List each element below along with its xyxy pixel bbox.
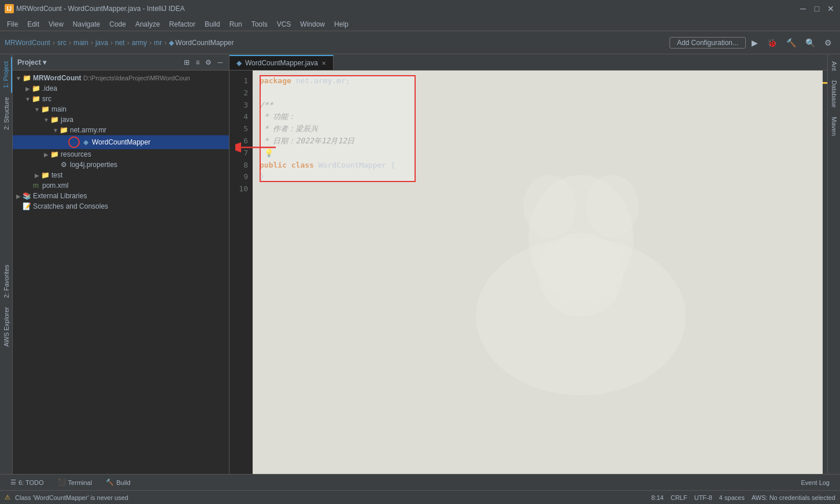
right-tab-database[interactable]: Database [829,76,839,112]
tree-label-mrwordcount: MRWordCount D:\Projects\IdeaProject\MRWo… [33,74,190,82]
status-indent[interactable]: 4 spaces [719,494,745,501]
bottom-tab-todo[interactable]: ☰ 6: TODO [5,477,50,487]
tree-label-src: src [42,95,51,103]
breadcrumb-project[interactable]: MRWordCount [5,39,50,47]
line-num-10: 10 [230,183,248,195]
bottom-tab-build[interactable]: 🔨 Build [100,477,136,487]
tree-item-netarmymr[interactable]: ▼ 📁 net.army.mr [13,125,229,135]
breadcrumb-src[interactable]: src [57,39,66,47]
line-num-2: 2 [230,87,248,99]
status-bar-right: 8:14 CRLF UTF-8 4 spaces AWS: No credent… [652,494,835,501]
tree-item-pomxml[interactable]: m pom.xml [13,180,229,191]
right-sidebar: Ant Database Maven [827,54,840,474]
toolbar: MRWordCount › src › main › java › net › … [0,31,840,54]
window-controls[interactable]: ─ □ ✕ [798,4,835,13]
menu-vcs[interactable]: VCS [272,17,296,31]
bottom-tab-terminal[interactable]: ⬛ Terminal [52,477,98,487]
debug-button[interactable]: 🐞 [764,37,780,49]
line-num-4: 4 [230,111,248,123]
menu-navigate[interactable]: Navigate [68,17,105,31]
breadcrumb: MRWordCount › src › main › java › net › … [5,39,667,47]
status-encoding[interactable]: UTF-8 [694,494,712,501]
menu-analyze[interactable]: Analyze [131,17,165,31]
status-line-ending[interactable]: CRLF [671,494,687,501]
red-circle-annotation [68,136,80,148]
project-tool-close[interactable]: ─ [216,58,224,67]
menu-code[interactable]: Code [105,17,131,31]
project-panel: Project ▾ ⊞ ≡ ⚙ ─ ▼ 📁 MRWordCount D:\Pro… [13,54,230,474]
editor-tab-wordcountmapper[interactable]: ◆ WordCountMapper.java ✕ [230,55,334,70]
tree-label-external-libraries: External Libraries [33,192,87,200]
breadcrumb-main[interactable]: main [73,39,88,47]
folder-icon-src: 📁 [31,95,40,103]
code-content[interactable]: package net.army.mr; /** * 功能： * 作者：梁辰兴 … [253,71,827,474]
project-panel-tools: ⊞ ≡ ⚙ ─ [182,58,224,67]
code-editor[interactable]: 1 2 3 4 5 6 7 8 9 10 package net.army.mr… [230,71,827,474]
folder-icon-java: 📁 [50,116,59,124]
menu-help[interactable]: Help [330,17,353,31]
sidebar-tab-favorites[interactable]: 2: Favorites [1,260,12,302]
status-bar: ⚠ Class 'WordCountMapper' is never used … [0,490,840,504]
run-button[interactable]: ▶ [748,37,761,49]
tree-item-scratches[interactable]: 📝 Scratches and Consoles [13,201,229,212]
tree-item-resources[interactable]: ▶ 📁 resources [13,149,229,160]
line-num-3: 3 [230,99,248,112]
menu-bar: File Edit View Navigate Code Analyze Ref… [0,17,840,31]
tree-item-src[interactable]: ▼ 📁 src [13,94,229,104]
title-bar-left: IJ MRWordCount - WordCountMapper.java - … [5,4,184,13]
tab-java-icon: ◆ [236,59,242,67]
bottom-tab-event-log[interactable]: Event Log [795,478,835,487]
settings-button[interactable]: ⚙ [821,37,835,49]
tab-close-button[interactable]: ✕ [321,60,326,66]
line-num-7: 7 [230,147,248,160]
menu-tools[interactable]: Tools [247,17,272,31]
tree-item-mrwordcount[interactable]: ▼ 📁 MRWordCount D:\Projects\IdeaProject\… [13,73,229,83]
tree-item-java[interactable]: ▼ 📁 java [13,114,229,125]
breadcrumb-army[interactable]: army [132,39,147,47]
folder-icon-netarmymr: 📁 [59,126,68,134]
search-everywhere-button[interactable]: 🔍 [802,37,819,49]
title-bar: IJ MRWordCount - WordCountMapper.java - … [0,0,840,17]
folder-icon-resources: 📁 [50,150,59,158]
maximize-button[interactable]: □ [812,4,822,13]
breadcrumb-net[interactable]: net [115,39,125,47]
tree-label-netarmymr: net.army.mr [70,126,106,134]
close-button[interactable]: ✕ [826,4,835,13]
breadcrumb-java[interactable]: java [95,39,108,47]
right-tab-ant[interactable]: Ant [829,57,839,76]
status-position[interactable]: 8:14 [652,494,664,501]
menu-file[interactable]: File [2,17,23,31]
tree-item-idea[interactable]: ▶ 📁 .idea [13,83,229,94]
tree-item-wordcountmapper[interactable]: ◆ WordCountMapper [13,135,229,149]
breadcrumb-file: WordCountMapper [175,39,234,47]
tree-item-log4j[interactable]: ⚙ log4j.properties [13,160,229,170]
build-button[interactable]: 🔨 [783,37,800,49]
menu-build[interactable]: Build [200,17,225,31]
right-tab-maven[interactable]: Maven [829,112,839,140]
code-line-10 [260,183,820,195]
sidebar-tab-aws[interactable]: AWS Explorer [1,302,12,351]
status-aws[interactable]: AWS: No credentials selected [752,494,835,501]
menu-run[interactable]: Run [225,17,247,31]
minimize-button[interactable]: ─ [798,4,808,13]
menu-refactor[interactable]: Refactor [165,17,200,31]
menu-edit[interactable]: Edit [23,17,44,31]
sidebar-tab-structure[interactable]: 2: Structure [1,92,12,135]
breadcrumb-mr[interactable]: mr [154,39,162,47]
tree-item-external-libraries[interactable]: ▶ 📚 External Libraries [13,191,229,201]
project-tool-settings[interactable]: ⚙ [203,58,213,67]
code-line-7: 💡 [260,147,820,160]
run-config-button[interactable]: Add Configuration... [669,37,746,49]
tree-item-test[interactable]: ▶ 📁 test [13,170,229,180]
status-warning: ⚠ [5,494,10,501]
sidebar-tab-project[interactable]: 1: Project [1,57,12,92]
lib-icon-external: 📚 [22,192,31,200]
project-tool-collapse[interactable]: ≡ [194,58,201,67]
code-line-8: public class WordCountMapper { [260,160,820,172]
tree-item-main[interactable]: ▼ 📁 main [13,104,229,114]
menu-view[interactable]: View [44,17,68,31]
project-tool-expand[interactable]: ⊞ [182,58,191,67]
menu-window[interactable]: Window [295,17,330,31]
line-num-5: 5 [230,123,248,135]
line-numbers: 1 2 3 4 5 6 7 8 9 10 [230,71,253,474]
